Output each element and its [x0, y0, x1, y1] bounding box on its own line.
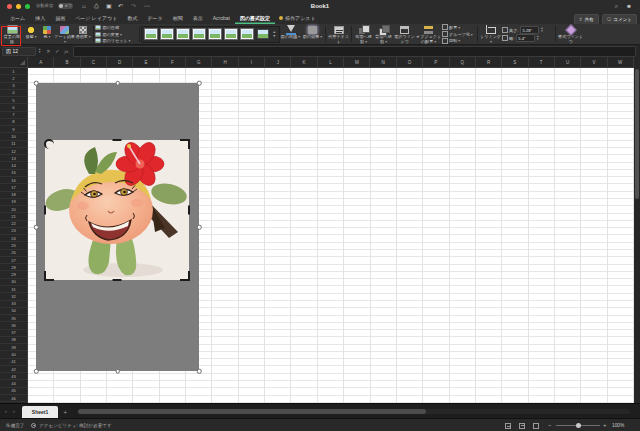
selection-handle[interactable] [197, 225, 202, 230]
enter-entry-icon[interactable]: ✓ [55, 48, 59, 54]
row-header[interactable]: 45 [0, 388, 27, 395]
ribbon-tab[interactable]: 挿入 [30, 12, 50, 24]
selection-pane-button[interactable]: 選択ウィンドウ [394, 24, 416, 45]
picture-style-preset[interactable] [208, 28, 222, 40]
row-header[interactable]: 17 [0, 184, 27, 191]
color-button[interactable]: 色 [40, 24, 54, 45]
column-header[interactable]: V [581, 57, 607, 67]
column-header[interactable]: U [555, 57, 581, 67]
row-header[interactable]: 46 [0, 395, 27, 402]
picture-style-preset[interactable] [224, 28, 238, 40]
row-header[interactable]: 40 [0, 351, 27, 358]
tell-me-assist[interactable]: 操作アシスト [275, 15, 319, 21]
reset-picture-button[interactable]: 図のリセット [95, 38, 137, 44]
height-value[interactable]: 5.28" [520, 26, 539, 34]
column-header[interactable]: H [212, 57, 238, 67]
ribbon-tab[interactable]: 表示 [188, 12, 208, 24]
compress-pictures-button[interactable]: 図の圧縮 [95, 25, 137, 31]
shape-height-field[interactable]: 高さ: 5.28" ▲▼ [502, 27, 554, 34]
selection-handle[interactable] [34, 369, 39, 374]
prev-sheet-icon[interactable]: ‹ [5, 408, 7, 415]
row-header[interactable]: 27 [0, 257, 27, 264]
column-header[interactable]: D [107, 57, 133, 67]
selection-handle[interactable] [34, 225, 39, 230]
row-header[interactable]: 14 [0, 162, 27, 169]
row-header[interactable]: 1 [0, 68, 27, 75]
row-header[interactable]: 25 [0, 242, 27, 249]
picture-effects-button[interactable]: 図の効果 [302, 24, 324, 45]
row-header[interactable]: 18 [0, 192, 27, 199]
crop-handle-corner[interactable] [180, 139, 190, 149]
picture-border-button[interactable]: 図の枠線 [280, 24, 302, 45]
row-header[interactable]: 8 [0, 119, 27, 126]
ribbon-tab[interactable]: 校閲 [168, 12, 188, 24]
transparency-button[interactable]: 透明度 [75, 24, 91, 45]
row-header[interactable]: 9 [0, 126, 27, 133]
column-header[interactable]: F [160, 57, 186, 67]
normal-view-icon[interactable] [505, 423, 511, 429]
search-icon[interactable]: ⌕ [615, 3, 618, 10]
column-header[interactable]: N [370, 57, 396, 67]
comments-button[interactable]: 🗨 コメント [602, 14, 637, 25]
row-header[interactable]: 42 [0, 366, 27, 373]
row-header[interactable]: 10 [0, 133, 27, 140]
row-header[interactable]: 12 [0, 148, 27, 155]
row-header[interactable]: 23 [0, 228, 27, 235]
zoom-in-icon[interactable]: + [603, 422, 607, 429]
ribbon-tab[interactable]: ページ レイアウト [70, 12, 122, 24]
selection-handle[interactable] [197, 81, 202, 86]
column-header[interactable]: Q [450, 57, 476, 67]
row-header[interactable]: 38 [0, 337, 27, 344]
row-header[interactable]: 32 [0, 293, 27, 300]
column-header[interactable]: S [502, 57, 528, 67]
inserted-picture[interactable] [45, 140, 189, 280]
row-header[interactable]: 33 [0, 301, 27, 308]
formula-input[interactable] [73, 46, 636, 57]
row-header[interactable]: 41 [0, 359, 27, 366]
row-header[interactable]: 43 [0, 373, 27, 380]
column-header[interactable]: K [291, 57, 317, 67]
group-button[interactable]: グループ化 [442, 31, 476, 37]
crop-button[interactable]: トリミング [480, 24, 502, 45]
row-header[interactable]: 24 [0, 235, 27, 242]
picture-style-preset[interactable] [144, 28, 158, 40]
send-backward-button[interactable]: 背面へ移動 [374, 24, 394, 45]
next-sheet-icon[interactable]: › [13, 408, 15, 415]
ribbon-tab[interactable]: ホーム [5, 12, 30, 24]
add-sheet-button[interactable]: ＋ [62, 408, 69, 416]
ribbon-tab[interactable]: Acrobat [208, 12, 235, 24]
row-header[interactable]: 26 [0, 250, 27, 257]
column-header[interactable]: J [265, 57, 291, 67]
ribbon-tab[interactable]: 数式 [122, 12, 142, 24]
ribbon-tab[interactable]: 図の書式設定 [235, 12, 275, 24]
worksheet-grid[interactable] [28, 68, 634, 403]
align-button[interactable]: 配置 [442, 25, 476, 31]
column-header[interactable]: I [239, 57, 265, 67]
column-header[interactable]: A [28, 57, 54, 67]
row-header[interactable]: 3 [0, 83, 27, 90]
name-box[interactable]: 図 12 [2, 47, 36, 56]
row-header[interactable]: 22 [0, 221, 27, 228]
ribbon-tab[interactable]: データ [142, 12, 167, 24]
row-header[interactable]: 19 [0, 199, 27, 206]
row-header[interactable]: 20 [0, 206, 27, 213]
crop-handle-edge[interactable] [188, 206, 190, 215]
vertical-scrollbar[interactable] [634, 57, 640, 403]
zoom-percentage[interactable]: 100% [612, 423, 624, 428]
bring-forward-button[interactable]: 前面へ移動 [354, 24, 374, 45]
column-header[interactable]: R [476, 57, 502, 67]
user-presence-icon[interactable]: ☻ [626, 3, 632, 9]
row-header[interactable]: 13 [0, 155, 27, 162]
picture-style-preset[interactable] [160, 28, 174, 40]
column-header[interactable]: L [318, 57, 344, 67]
crop-handle-edge[interactable] [113, 279, 122, 281]
alt-text-button[interactable]: 代替テキスト [328, 24, 350, 45]
zoom-slider-thumb[interactable] [576, 423, 581, 428]
selection-handle[interactable] [115, 369, 120, 374]
vertical-scrollbar-thumb[interactable] [635, 69, 639, 199]
crop-handle-corner[interactable] [180, 271, 190, 281]
artistic-effects-button[interactable]: アート効果 [54, 24, 75, 45]
picture-style-preset[interactable] [256, 28, 270, 40]
column-header[interactable]: W [608, 57, 634, 67]
picture-style-preset[interactable] [240, 28, 254, 40]
